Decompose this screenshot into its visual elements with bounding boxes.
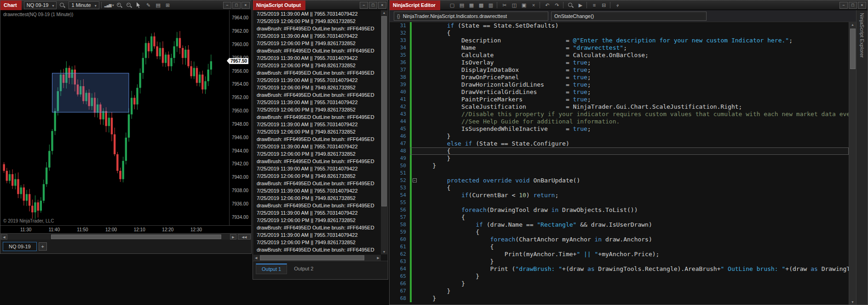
line-number: 51 — [390, 170, 410, 177]
code-line: 61 { — [390, 243, 849, 251]
minimize-icon[interactable]: − — [223, 2, 231, 9]
cut-icon[interactable]: ✂ — [500, 1, 509, 9]
output-line: drawBrush: #FF6495ED OutLine brush: #FF6… — [253, 69, 381, 76]
chart-titlebar[interactable]: Chart NQ 09-19 1 Minute ▂▄▆+−✎▤⊞ −□× — [0, 0, 251, 10]
save-icon[interactable]: ▦ — [467, 1, 476, 9]
output-tab-output-2[interactable]: Output 2 — [288, 264, 319, 274]
report-icon[interactable]: ▤ — [154, 1, 162, 9]
zoom-in-icon[interactable]: + — [115, 1, 124, 9]
instrument-dropdown[interactable]: NQ 09-19 — [24, 1, 57, 9]
scroll-up-icon[interactable]: ▲ — [849, 23, 856, 26]
scroll-down-icon[interactable]: ▼ — [849, 300, 856, 304]
cursor-icon[interactable] — [134, 1, 143, 9]
output-line: 7/25/2019 12:06:00 PM || 7949.8261732852 — [253, 217, 381, 224]
scroll-down-icon[interactable]: ▼ — [381, 250, 387, 253]
scroll-left-icon[interactable]: ◀ — [255, 256, 257, 260]
add-tab-button[interactable]: + — [39, 242, 47, 251]
copy-icon[interactable]: ◫ — [510, 1, 518, 9]
copyright-text: © 2019 NinjaTrader, LLC — [3, 218, 54, 223]
line-number: 66 — [390, 280, 410, 287]
code-area[interactable]: 31 if (State == State.SetDefaults)32 {33… — [390, 22, 849, 305]
chart-plot[interactable]: drawrecttest(NQ 09-19 (1 Minute)) © 2019… — [0, 10, 229, 225]
toolbar-separator — [101, 2, 102, 8]
scroll-right-icon[interactable]: ▶ — [230, 234, 236, 240]
tab-instrument[interactable]: NQ 09-19 — [3, 242, 37, 251]
code-line: 44 //See Help Guide for additional infor… — [390, 118, 849, 125]
code-line: 42 ScaleJustification = NinjaTrader.Gui.… — [390, 103, 849, 111]
output-tab-output-1[interactable]: Output 1 — [256, 264, 287, 274]
time-axis-label: 12:20 — [162, 227, 173, 232]
scroll-right-icon[interactable]: ▶ — [377, 256, 379, 260]
line-number: 47 — [390, 140, 410, 147]
chart-horizontal-sc rollbar[interactable]: ◀ ▶ ◀◀ — [0, 233, 251, 240]
open-file-icon[interactable]: ▤ — [457, 1, 466, 9]
code-line: 34 Name = "drawrecttest"; — [390, 44, 849, 52]
grid-icon[interactable]: ⊞ — [163, 1, 172, 9]
scroll-left-icon[interactable]: ◀ — [1, 234, 7, 240]
find-icon[interactable] — [566, 1, 575, 9]
code-line: 47 else if (State == State.Configure) — [390, 140, 849, 147]
method-dropdown[interactable]: OnStateChange() — [551, 12, 707, 21]
delete-icon[interactable]: × — [529, 1, 538, 9]
workspace-icon[interactable]: ⊟ — [599, 1, 608, 9]
output-vertical-scrollbar[interactable]: ▲ ▼ — [381, 10, 387, 254]
output-lines[interactable]: 7/25/2019 11:39:00 AM || 7955.7031407942… — [253, 10, 381, 254]
ninjascript-explorer-tab[interactable]: NinjaScript Explorer — [856, 10, 868, 305]
output-line: drawBrush: #FF6495ED OutLine brush: #FF6… — [253, 91, 381, 99]
redo-icon[interactable]: ↷ — [552, 1, 561, 9]
scrollbar-thumb[interactable] — [260, 255, 364, 260]
line-number: 31 — [390, 22, 410, 29]
code-line: 67 } — [390, 287, 849, 295]
price-axis[interactable]: 7964.007962.007960.007958.007956.007954.… — [229, 10, 251, 225]
restore-icon[interactable]: □ — [369, 2, 377, 9]
line-number: 68 — [390, 295, 410, 302]
editor-titlebar[interactable]: NinjaScript Editor ▢▤▦▩▥✂◫▣×↶↷▶≡⊟♪ −□× — [390, 0, 868, 10]
output-line: 7/25/2019 11:39:00 AM || 7955.7031407942… — [253, 143, 381, 150]
code-line: 56 foreach(DrawingTool draw in DrawObjec… — [390, 206, 849, 214]
time-axis-label: 12:00 — [105, 227, 117, 232]
new-file-icon[interactable]: ▢ — [448, 1, 456, 9]
output-window-controls: −□× — [360, 2, 388, 9]
collapse-region-icon[interactable]: − — [413, 178, 417, 182]
restore-icon[interactable]: □ — [232, 2, 241, 9]
drawn-rectangle[interactable] — [52, 73, 129, 112]
close-icon[interactable]: × — [858, 2, 866, 9]
scrollbar-thumb[interactable] — [381, 16, 387, 206]
restore-icon[interactable]: □ — [849, 2, 857, 9]
time-axis-label: 11:50 — [77, 227, 88, 232]
line-number: 59 — [390, 229, 410, 236]
page-back-icon[interactable]: ◀◀ — [238, 234, 251, 240]
print-icon[interactable]: ▥ — [486, 1, 495, 9]
close-icon[interactable]: × — [378, 2, 386, 9]
scrollbar-thumb[interactable] — [850, 29, 856, 69]
output-line: 7/25/2019 12:06:00 PM || 7949.8261732852 — [253, 172, 381, 180]
editor-vertical-scrollbar[interactable]: ▲ ▼ — [849, 22, 856, 305]
time-axis[interactable]: 11:3011:4011:5012:0012:1012:2012:30 — [0, 225, 251, 233]
zoom-out-icon[interactable]: − — [125, 1, 133, 9]
minimize-icon[interactable]: − — [360, 2, 368, 9]
line-number: 61 — [390, 243, 410, 251]
scrollbar-thumb[interactable] — [51, 235, 221, 239]
undo-icon[interactable]: ↶ — [543, 1, 552, 9]
output-titlebar[interactable]: NinjaScript Output −□× — [253, 0, 388, 10]
pencil-icon[interactable]: ✎ — [144, 1, 153, 9]
class-dropdown[interactable]: {} NinjaTrader.NinjaScript.Indicators.dr… — [394, 12, 548, 21]
search-icon[interactable] — [57, 1, 66, 9]
close-icon[interactable]: × — [241, 2, 250, 9]
chart-style-icon[interactable]: ▂▄▆ — [104, 1, 114, 9]
save-all-icon[interactable]: ▩ — [477, 1, 485, 9]
interval-dropdown[interactable]: 1 Minute — [69, 1, 99, 9]
alerts-mute-icon[interactable]: ♪ — [613, 1, 622, 9]
code-braces-icon: {} — [397, 14, 400, 19]
code-line: 35 Calculate = Calculate.OnBarClose; — [390, 52, 849, 59]
minimize-icon[interactable]: − — [839, 2, 848, 9]
paste-icon[interactable]: ▣ — [519, 1, 528, 9]
scroll-up-icon[interactable]: ▲ — [381, 11, 387, 14]
comment-icon[interactable]: ≡ — [590, 1, 598, 9]
chart-window-controls: −□× — [223, 2, 251, 9]
output-line: 7/25/2019 11:39:00 AM || 7955.7031407942… — [253, 121, 381, 128]
line-number: 67 — [390, 287, 410, 295]
output-horizontal-scrollbar[interactable]: ◀ ▶ — [253, 255, 381, 261]
toolbar-separator — [563, 2, 563, 8]
compile-icon[interactable]: ▶ — [576, 1, 585, 9]
